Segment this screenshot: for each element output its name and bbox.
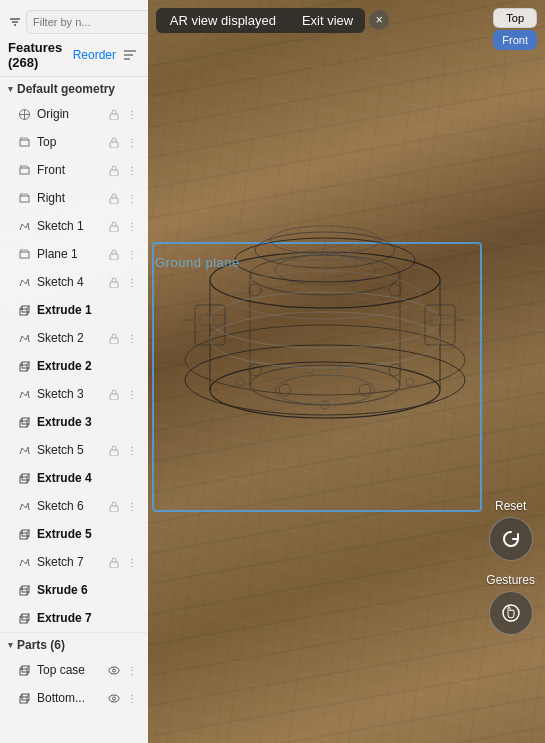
feature-name: Extrude 3 (37, 415, 138, 429)
parts-section-header[interactable]: ▾ Parts (6) (0, 632, 148, 656)
feature-name: Sketch 4 (37, 275, 104, 289)
feature-name: Sketch 1 (37, 219, 104, 233)
parts-item[interactable]: Bottom... ⋮ (0, 684, 148, 712)
feature-name: Extrude 7 (37, 611, 138, 625)
feature-type-icon (16, 218, 32, 234)
eye-icon[interactable] (106, 662, 122, 678)
svg-point-22 (389, 364, 401, 376)
reorder-button[interactable]: Reorder (73, 48, 116, 62)
gestures-button[interactable] (489, 591, 533, 635)
more-icon[interactable]: ⋮ (124, 218, 140, 234)
parts-actions: ⋮ (106, 690, 140, 706)
feature-type-icon (16, 442, 32, 458)
sidebar: Features (268) Reorder ▾ Default geometr… (0, 0, 148, 743)
more-icon[interactable]: ⋮ (124, 554, 140, 570)
feature-item[interactable]: Skrude 6 (0, 576, 148, 604)
feature-name: Right (37, 191, 104, 205)
reset-icon (500, 528, 522, 550)
feature-type-icon (16, 106, 32, 122)
svg-point-9 (210, 362, 440, 418)
more-icon[interactable]: ⋮ (124, 330, 140, 346)
default-geometry-header[interactable]: ▾ Default geometry (0, 77, 148, 100)
feature-item[interactable]: Extrude 4 (0, 464, 148, 492)
feature-item[interactable]: Plane 1 ⋮ (0, 240, 148, 268)
parts-item[interactable]: Top case ⋮ (0, 656, 148, 684)
feature-type-icon (16, 582, 32, 598)
features-row: Features (268) Reorder (8, 40, 140, 70)
svg-rect-58 (20, 140, 29, 146)
section-title: Default geometry (17, 82, 115, 96)
feature-actions: ⋮ (106, 218, 140, 234)
parts-type-icon (16, 690, 32, 706)
feature-item[interactable]: Sketch 7 ⋮ (0, 548, 148, 576)
feature-item[interactable]: Extrude 5 (0, 520, 148, 548)
svg-rect-109 (110, 562, 118, 568)
feature-item[interactable]: Front ⋮ (0, 156, 148, 184)
feature-item[interactable]: Sketch 6 ⋮ (0, 492, 148, 520)
svg-point-7 (185, 325, 465, 395)
svg-point-25 (249, 284, 261, 296)
svg-rect-78 (110, 254, 118, 260)
more-icon[interactable]: ⋮ (124, 690, 140, 706)
feature-type-icon (16, 358, 32, 374)
feature-actions: ⋮ (106, 498, 140, 514)
more-icon[interactable]: ⋮ (124, 498, 140, 514)
feature-name: Sketch 7 (37, 555, 104, 569)
feature-item[interactable]: Extrude 2 (0, 352, 148, 380)
close-button[interactable]: × (369, 10, 389, 30)
feature-item[interactable]: Extrude 7 (0, 604, 148, 632)
filter-icon-button[interactable] (8, 10, 22, 34)
parts-title: Parts (6) (17, 638, 65, 652)
exit-view-button[interactable]: Exit view (290, 8, 365, 33)
sort-button[interactable] (120, 45, 140, 65)
filter-input[interactable] (26, 10, 148, 34)
feature-name: Extrude 5 (37, 527, 138, 541)
feature-name: Extrude 2 (37, 359, 138, 373)
svg-point-132 (109, 695, 119, 702)
eye-icon[interactable] (106, 690, 122, 706)
filter-icon (8, 15, 22, 29)
feature-name: Skrude 6 (37, 583, 138, 597)
more-icon[interactable]: ⋮ (124, 246, 140, 262)
more-icon[interactable]: ⋮ (124, 106, 140, 122)
feature-type-icon (16, 414, 32, 430)
feature-actions: ⋮ (106, 330, 140, 346)
feature-item[interactable]: Top ⋮ (0, 128, 148, 156)
svg-rect-63 (20, 168, 29, 174)
lock-icon (106, 330, 122, 346)
svg-rect-73 (110, 226, 118, 232)
top-view-button[interactable]: Top (493, 8, 537, 28)
svg-point-125 (109, 667, 119, 674)
sort-icon (123, 48, 137, 62)
svg-rect-91 (110, 394, 118, 400)
reset-button[interactable] (489, 517, 533, 561)
feature-item[interactable]: Right ⋮ (0, 184, 148, 212)
feature-item[interactable]: Sketch 2 ⋮ (0, 324, 148, 352)
more-icon[interactable]: ⋮ (124, 442, 140, 458)
feature-item[interactable]: Origin ⋮ (0, 100, 148, 128)
more-icon[interactable]: ⋮ (124, 274, 140, 290)
svg-point-39 (406, 378, 414, 386)
lock-icon (106, 162, 122, 178)
front-view-button[interactable]: Front (493, 30, 537, 50)
feature-item[interactable]: Sketch 4 ⋮ (0, 268, 148, 296)
more-icon[interactable]: ⋮ (124, 134, 140, 150)
more-icon[interactable]: ⋮ (124, 190, 140, 206)
feature-item[interactable]: Sketch 5 ⋮ (0, 436, 148, 464)
ground-label: Ground plane (155, 255, 240, 270)
feature-item[interactable]: Sketch 1 ⋮ (0, 212, 148, 240)
more-icon[interactable]: ⋮ (124, 662, 140, 678)
gestures-icon (500, 602, 522, 624)
right-controls: Reset Gestures (486, 499, 535, 643)
feature-item[interactable]: Extrude 3 (0, 408, 148, 436)
more-icon[interactable]: ⋮ (124, 162, 140, 178)
lock-icon (106, 274, 122, 290)
feature-item[interactable]: Sketch 3 ⋮ (0, 380, 148, 408)
parts-container: Top case ⋮ Bottom... ⋮ (0, 656, 148, 712)
svg-point-13 (250, 365, 400, 405)
feature-item[interactable]: Extrude 1 (0, 296, 148, 324)
feature-actions: ⋮ (106, 386, 140, 402)
lock-icon (106, 386, 122, 402)
more-icon[interactable]: ⋮ (124, 386, 140, 402)
feature-type-icon (16, 498, 32, 514)
